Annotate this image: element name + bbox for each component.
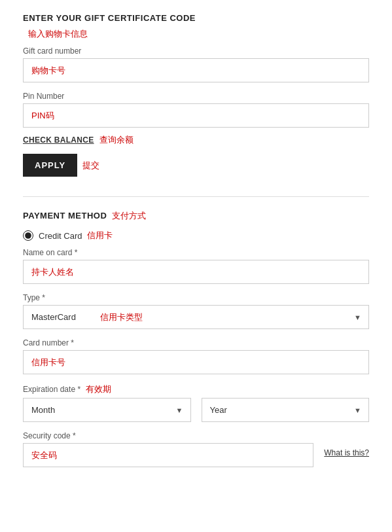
pin-input[interactable]: [23, 103, 369, 128]
payment-title: PAYMENT METHOD: [23, 211, 107, 221]
credit-card-label: Credit Card: [39, 231, 82, 241]
name-label: Name on card *: [23, 248, 369, 257]
expiry-row: Month January February March April May J…: [23, 398, 369, 422]
security-right: What is this?: [324, 443, 369, 459]
section-divider: [23, 196, 369, 197]
apply-button[interactable]: APPLY: [23, 154, 77, 177]
expiry-label-row: Expiration date * 有效期: [23, 383, 369, 395]
pin-label: Pin Number: [23, 92, 369, 101]
expiry-label: Expiration date *: [23, 385, 80, 394]
gift-subtitle-cn: 输入购物卡信息: [28, 28, 88, 40]
month-select[interactable]: Month January February March April May J…: [23, 398, 191, 422]
expiry-cn: 有效期: [86, 383, 111, 395]
security-row: What is this?: [23, 443, 369, 467]
year-select-wrapper: Year 2024 2025 2026 2027 2028 2029 2030: [202, 398, 370, 422]
type-label: Type *: [23, 293, 369, 302]
security-input-wrap: [23, 443, 313, 467]
month-select-wrapper: Month January February March April May J…: [23, 398, 191, 422]
check-balance-link[interactable]: CHECK BALANCE: [23, 135, 94, 145]
security-label: Security code *: [23, 431, 369, 440]
type-select[interactable]: MasterCard Visa American Express: [23, 305, 369, 329]
check-balance-cn: 查询余额: [99, 134, 134, 146]
year-select[interactable]: Year 2024 2025 2026 2027 2028 2029 2030: [202, 398, 370, 422]
gift-card-label: Gift card number: [23, 46, 369, 56]
gift-certificate-section: ENTER YOUR GIFT CERTIFICATE CODE 输入购物卡信息…: [0, 7, 392, 190]
payment-section: PAYMENT METHOD 支付方式 Credit Card 信用卡 Name…: [0, 204, 392, 480]
credit-card-radio-row: Credit Card 信用卡: [23, 230, 369, 241]
gift-card-input[interactable]: [23, 58, 369, 82]
card-number-label: Card number *: [23, 338, 369, 347]
type-select-wrapper: MasterCard Visa American Express 信用卡类型: [23, 305, 369, 329]
payment-title-cn: 支付方式: [112, 210, 146, 222]
credit-card-cn: 信用卡: [87, 230, 113, 241]
name-input[interactable]: [23, 260, 369, 284]
card-number-input[interactable]: [23, 350, 369, 374]
what-is-this-link[interactable]: What is this?: [324, 448, 369, 457]
credit-card-radio[interactable]: [23, 230, 33, 241]
apply-cn: 提交: [82, 160, 99, 171]
security-input[interactable]: [23, 443, 313, 467]
gift-title: ENTER YOUR GIFT CERTIFICATE CODE: [23, 13, 196, 23]
